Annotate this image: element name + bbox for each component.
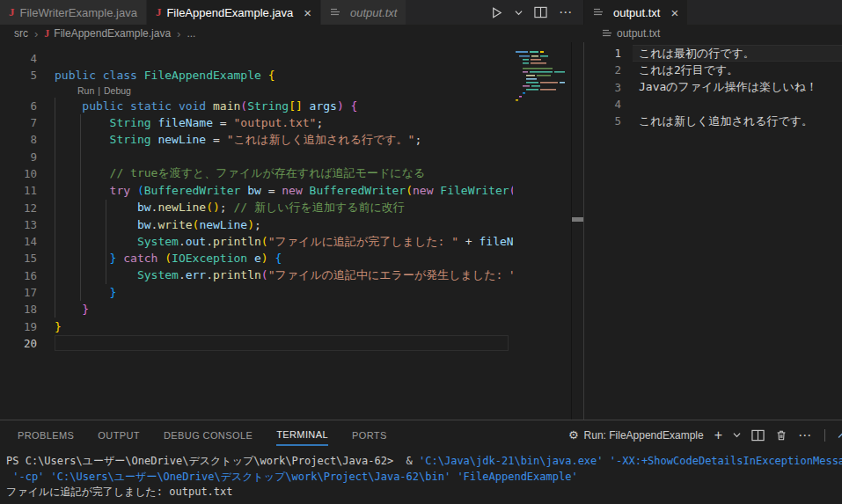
code-rows: 45public class FileAppendExample {Run|De…	[0, 50, 583, 352]
breadcrumb-left: src › J FileAppendExample.java › ...	[0, 25, 583, 42]
breadcrumb-item-src[interactable]: src	[14, 27, 28, 40]
line-number[interactable]: 5	[0, 69, 37, 82]
current-line-highlight	[633, 45, 842, 62]
breadcrumb-right: output.txt	[584, 25, 842, 42]
panel-more-actions-button[interactable]: ⋯	[798, 427, 812, 443]
minimap[interactable]	[515, 50, 571, 126]
line-number[interactable]: 10	[0, 167, 37, 180]
code-line-19[interactable]: 19}	[0, 318, 583, 334]
panel-tabs: PROBLEMSOUTPUTDEBUG CONSOLETERMINALPORTS	[18, 423, 387, 447]
code-text: public class FileAppendExample {	[37, 69, 275, 82]
code-line-4[interactable]: 4	[0, 50, 583, 67]
text-line-2[interactable]: 2これは2行目です。	[584, 62, 842, 78]
code-line-13[interactable]: 13 bw.write(newLine);	[0, 216, 583, 233]
line-number[interactable]: 14	[0, 235, 37, 248]
code-line-6[interactable]: 6 public static void main(String[] args)…	[0, 98, 583, 114]
code-line-20[interactable]: 20	[0, 335, 583, 352]
line-number[interactable]: 12	[0, 201, 37, 215]
java-file-icon: J	[9, 5, 15, 19]
text-line-1[interactable]: 1これは最初の行です。	[584, 45, 842, 62]
split-editor-button[interactable]	[534, 6, 547, 18]
line-number[interactable]: 15	[0, 252, 37, 265]
line-number[interactable]: 19	[0, 320, 37, 333]
code-line-8[interactable]: 8 String newLine = "これは新しく追加される行です。";	[0, 131, 583, 148]
breadcrumb-item-file[interactable]: FileAppendExample.java	[54, 27, 171, 40]
vscode-window: J FileWriterExample.java J FileAppendExa…	[0, 0, 842, 504]
code-line-15[interactable]: 15 } catch (IOException e) {	[0, 250, 583, 267]
panel-tab-output[interactable]: OUTPUT	[98, 425, 140, 445]
code-line-9[interactable]: 9	[0, 148, 583, 164]
code-line-10[interactable]: 10 // trueを渡すと、ファイルが存在すれば追記モードになる	[0, 165, 583, 182]
code-line-11[interactable]: 11 try (BufferedWriter bw = new Buffered…	[0, 182, 583, 199]
code-line-7[interactable]: 7 String fileName = "output.txt";	[0, 114, 583, 131]
editor-left[interactable]: 45public class FileAppendExample {Run|De…	[0, 42, 583, 420]
line-number[interactable]: 13	[0, 218, 37, 231]
panel-tab-terminal[interactable]: TERMINAL	[276, 424, 328, 446]
tab-bar-right: output.txt ×	[583, 0, 842, 25]
line-number[interactable]: 17	[0, 286, 37, 299]
launch-profile-chevron-icon[interactable]	[733, 432, 741, 438]
line-number[interactable]: 11	[0, 184, 37, 197]
breadcrumb-item-file[interactable]: output.txt	[617, 27, 660, 40]
text-line-3[interactable]: 3Javaのファイル操作は楽しいね！	[584, 79, 842, 96]
code-line-18[interactable]: 18 }	[0, 301, 583, 318]
line-number[interactable]: 4	[0, 52, 37, 65]
line-number[interactable]: 6	[0, 99, 37, 113]
panel-tab-debug-console[interactable]: DEBUG CONSOLE	[164, 425, 253, 445]
codelens-debug-link[interactable]: Debug	[104, 85, 131, 96]
editor-right[interactable]: 1これは最初の行です。2これは2行目です。3Javaのファイル操作は楽しいね！4…	[584, 42, 842, 420]
panel-tab-ports[interactable]: PORTS	[352, 425, 387, 445]
line-number[interactable]: 3	[584, 81, 621, 94]
line-number[interactable]: 8	[0, 133, 37, 146]
chevron-right-icon: ›	[34, 27, 38, 40]
code-line-12[interactable]: 12 bw.newLine(); // 新しい行を追加する前に改行	[0, 199, 583, 215]
line-number[interactable]: 20	[0, 337, 37, 350]
text-line-5[interactable]: 5これは新しく追加される行です。	[584, 113, 842, 129]
minimap-border	[571, 42, 572, 420]
code-text: String fileName = "output.txt";	[37, 116, 323, 129]
run-dropdown-chevron-icon[interactable]	[515, 10, 523, 16]
code-line-14[interactable]: 14 System.out.println("ファイルに追記が完了しました: "…	[0, 233, 583, 250]
current-line-highlight	[55, 335, 509, 351]
breadcrumb-item-symbol[interactable]: ...	[187, 27, 195, 40]
code-text: bw.newLine(); // 新しい行を追加する前に改行	[37, 200, 405, 215]
java-file-icon: J	[44, 27, 49, 40]
code-lens: Run|Debug	[0, 84, 583, 98]
terminal-instance-selector[interactable]: ⚙ Run: FileAppendExample	[568, 428, 704, 442]
terminal-line: PS C:\Users\ユーザー\OneDrive\デスクトップ\work\Pr…	[6, 454, 842, 470]
kill-terminal-trash-icon[interactable]	[775, 429, 787, 442]
code-text: // trueを渡すと、ファイルが存在すれば追記モードになる	[37, 165, 425, 181]
tab-filewriterexample[interactable]: J FileWriterExample.java	[0, 0, 147, 25]
chevron-right-icon: ›	[177, 27, 180, 40]
terminal-line: ファイルに追記が完了しました: output.txt	[6, 485, 842, 500]
tab-label: FileAppendExample.java	[166, 6, 293, 19]
code-line-17[interactable]: 17 }	[0, 284, 583, 301]
maximize-panel-chevron-up-icon[interactable]	[838, 431, 842, 439]
terminal-output[interactable]: PS C:\Users\ユーザー\OneDrive\デスクトップ\work\Pr…	[6, 454, 842, 504]
tab-outputtxt-preview[interactable]: output.txt	[321, 0, 406, 25]
line-number[interactable]: 4	[584, 98, 621, 111]
more-actions-button[interactable]: ⋯	[559, 4, 573, 20]
tab-label: output.txt	[613, 6, 660, 19]
line-number[interactable]: 9	[0, 150, 37, 164]
scrollbar-thumb[interactable]	[572, 217, 583, 222]
new-terminal-button[interactable]: +	[714, 428, 722, 442]
tab-outputtxt-right[interactable]: output.txt ×	[584, 0, 688, 25]
tab-fileappendexample[interactable]: J FileAppendExample.java ×	[147, 0, 321, 25]
code-line-5[interactable]: 5public class FileAppendExample {	[0, 67, 583, 84]
line-number[interactable]: 18	[0, 303, 37, 316]
line-number[interactable]: 7	[0, 116, 37, 129]
run-button[interactable]	[490, 6, 503, 19]
line-number[interactable]: 2	[584, 63, 621, 77]
line-number[interactable]: 1	[584, 47, 621, 60]
line-number[interactable]: 5	[584, 114, 621, 128]
close-icon[interactable]: ×	[304, 6, 311, 19]
code-line-16[interactable]: 16 System.err.println("ファイルの追記中にエラーが発生しま…	[0, 267, 583, 284]
text-line-4[interactable]: 4	[584, 96, 842, 113]
code-text: String newLine = "これは新しく追加される行です。";	[37, 132, 421, 148]
panel-tab-problems[interactable]: PROBLEMS	[18, 425, 74, 445]
close-icon[interactable]: ×	[670, 6, 678, 19]
line-number[interactable]: 16	[0, 269, 37, 282]
split-terminal-button[interactable]	[751, 429, 765, 442]
codelens-run-link[interactable]: Run	[77, 85, 94, 96]
